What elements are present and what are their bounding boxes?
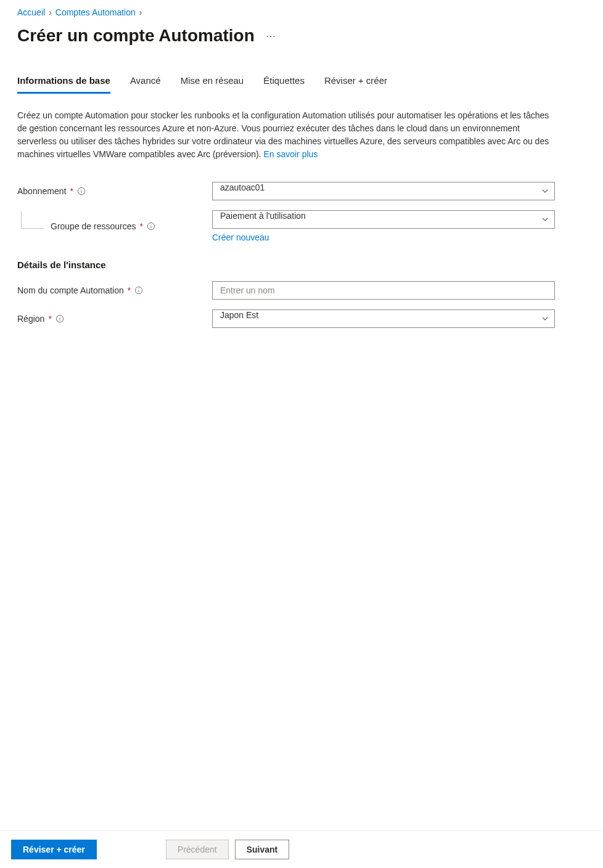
info-icon[interactable] [55,314,64,323]
tab-tags[interactable]: Étiquettes [263,75,305,94]
required-indicator: * [48,314,51,324]
tab-review-create[interactable]: Réviser + créer [324,75,387,94]
tab-networking[interactable]: Mise en réseau [181,75,244,94]
tab-advanced[interactable]: Avancé [130,75,161,94]
breadcrumb-home[interactable]: Accueil [17,7,45,17]
info-icon[interactable] [147,222,155,231]
required-indicator: * [128,285,131,295]
account-name-input[interactable] [212,281,555,300]
resource-group-label: Groupe de ressources [51,221,136,231]
tabs: Informations de base Avancé Mise en rése… [17,75,586,94]
tab-basic-info[interactable]: Informations de base [17,75,110,94]
create-new-resource-group-link[interactable]: Créer nouveau [212,232,269,242]
footer-bar: Réviser + créer Précédent Suivant [0,830,603,868]
review-create-button[interactable]: Réviser + créer [11,840,97,859]
instance-details-heading: Détails de l'instance [17,260,586,270]
indent-connector [21,211,44,229]
description-text: Créez un compte Automation pour stocker … [17,109,554,161]
next-button[interactable]: Suivant [235,840,290,859]
svg-point-2 [81,189,81,190]
learn-more-link[interactable]: En savoir plus [263,149,318,159]
info-icon[interactable] [134,286,143,295]
more-icon[interactable]: ⋯ [266,30,276,42]
chevron-right-icon: › [49,7,52,17]
required-indicator: * [70,186,73,196]
svg-point-11 [59,317,60,317]
previous-button: Précédent [166,840,229,859]
page-title: Créer un compte Automation [17,26,255,46]
svg-point-8 [139,289,139,289]
required-indicator: * [140,221,143,231]
chevron-right-icon: › [139,7,142,17]
breadcrumb: Accueil › Comptes Automation › [17,7,586,17]
subscription-select[interactable]: azautoac01 [212,182,555,200]
info-icon[interactable] [77,187,86,195]
svg-point-5 [150,224,151,225]
region-select[interactable]: Japon Est [212,309,555,328]
resource-group-select[interactable]: Paiement à l'utilisation [212,210,555,229]
breadcrumb-automation-accounts[interactable]: Comptes Automation [55,7,136,17]
region-label: Région [17,314,44,324]
account-name-label: Nom du compte Automation [17,285,124,295]
subscription-label: Abonnement [17,186,66,196]
